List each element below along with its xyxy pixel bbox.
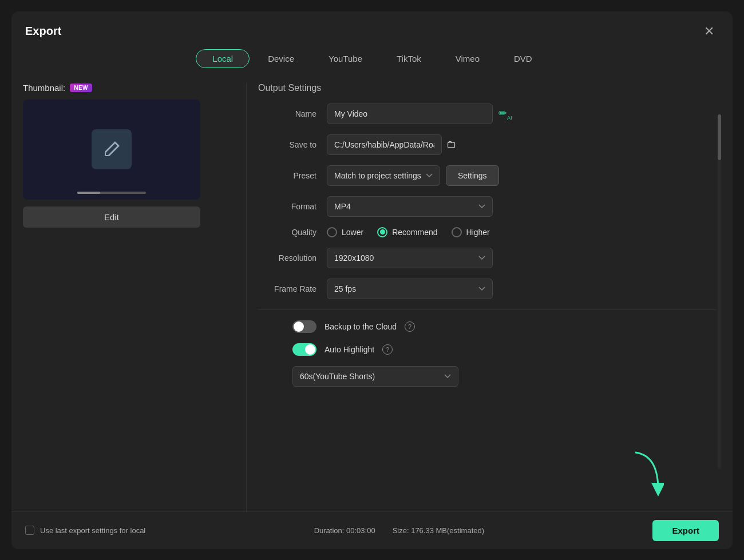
auto-highlight-row: Auto Highlight ? [258, 343, 717, 356]
pencil-icon [101, 139, 122, 160]
auto-highlight-toggle[interactable] [292, 343, 316, 356]
main-content: Thumbnail: NEW Edit Output Settings Name [11, 74, 733, 511]
duration-label: Duration: 00:03:00 [314, 526, 375, 535]
tab-local[interactable]: Local [196, 49, 250, 68]
preset-row: Preset Match to project settings Setting… [258, 165, 717, 186]
thumbnail-preview [23, 100, 200, 200]
backup-toggle[interactable] [292, 320, 316, 333]
save-to-label: Save to [258, 140, 327, 149]
tab-vimeo[interactable]: Vimeo [440, 49, 496, 68]
quality-label: Quality [258, 228, 327, 237]
thumbnail-slider[interactable] [77, 192, 146, 194]
tabs-row: Local Device YouTube TikTok Vimeo DVD [11, 41, 733, 74]
dialog-header: Export ✕ [11, 11, 733, 41]
tab-youtube[interactable]: YouTube [312, 49, 378, 68]
footer: Use last export settings for local Durat… [11, 511, 733, 549]
vertical-divider [246, 83, 247, 511]
thumbnail-text: Thumbnail: [23, 83, 65, 93]
backup-help-icon[interactable]: ? [405, 321, 415, 332]
backup-row: Backup to the Cloud ? [258, 320, 717, 333]
export-button[interactable]: Export [652, 520, 719, 541]
preset-controls: Match to project settings Settings [327, 165, 499, 186]
close-button[interactable]: ✕ [699, 22, 719, 41]
format-select[interactable]: MP4 [327, 196, 493, 217]
auto-highlight-help-icon[interactable]: ? [382, 344, 393, 355]
output-settings-title: Output Settings [258, 83, 717, 93]
name-input[interactable] [327, 104, 493, 124]
shorts-row: 60s(YouTube Shorts) [258, 366, 717, 387]
new-badge: NEW [70, 84, 92, 92]
thumbnail-label: Thumbnail: NEW [23, 83, 229, 93]
frame-rate-row: Frame Rate 25 fps [258, 279, 717, 299]
dialog-title: Export [25, 25, 61, 38]
quality-options: Lower Recommend Higher [327, 227, 490, 237]
save-to-input[interactable] [327, 134, 442, 155]
backup-toggle-knob [294, 321, 304, 332]
quality-recommend[interactable]: Recommend [377, 227, 437, 237]
radio-lower[interactable] [327, 227, 337, 237]
tab-dvd[interactable]: DVD [498, 49, 548, 68]
quality-lower-label: Lower [342, 228, 363, 237]
shorts-select[interactable]: 60s(YouTube Shorts) [292, 366, 458, 387]
ai-pencil-icon[interactable]: ✏AI [498, 107, 512, 121]
footer-center: Duration: 00:03:00 Size: 176.33 MB(estim… [314, 526, 484, 535]
folder-icon[interactable]: 🗀 [446, 138, 457, 150]
quality-recommend-label: Recommend [392, 228, 437, 237]
frame-rate-label: Frame Rate [258, 284, 327, 293]
size-label: Size: 176.33 MB(estimated) [393, 526, 484, 535]
backup-label: Backup to the Cloud [324, 322, 397, 331]
scrollbar-thumb[interactable] [718, 114, 721, 160]
resolution-label: Resolution [258, 253, 327, 263]
right-panel: Output Settings Name ✏AI Save to 🗀 Prese… [252, 83, 721, 511]
thumbnail-icon [92, 129, 132, 169]
preset-select[interactable]: Match to project settings [327, 165, 440, 186]
path-row: 🗀 [327, 134, 457, 155]
tab-tiktok[interactable]: TikTok [381, 49, 437, 68]
auto-highlight-label: Auto Highlight [324, 345, 374, 354]
preset-label: Preset [258, 171, 327, 180]
name-label: Name [258, 109, 327, 118]
quality-lower[interactable]: Lower [327, 227, 363, 237]
format-row: Format MP4 [258, 196, 717, 217]
export-dialog: Export ✕ Local Device YouTube TikTok Vim… [11, 11, 733, 549]
use-last-settings-checkbox[interactable] [25, 526, 34, 535]
radio-higher[interactable] [452, 227, 462, 237]
settings-button[interactable]: Settings [446, 165, 499, 186]
save-to-row: Save to 🗀 [258, 134, 717, 155]
resolution-row: Resolution 1920x1080 [258, 248, 717, 268]
use-last-settings-label: Use last export settings for local [40, 526, 145, 535]
left-panel: Thumbnail: NEW Edit [23, 83, 240, 511]
radio-recommend[interactable] [377, 227, 387, 237]
quality-row: Quality Lower Recommend Higher [258, 227, 717, 237]
section-divider [258, 309, 717, 310]
scrollbar[interactable] [718, 114, 721, 469]
quality-higher-label: Higher [466, 228, 490, 237]
resolution-select[interactable]: 1920x1080 [327, 248, 493, 268]
name-row: Name ✏AI [258, 104, 717, 124]
format-label: Format [258, 202, 327, 211]
quality-higher[interactable]: Higher [452, 227, 490, 237]
frame-rate-select[interactable]: 25 fps [327, 279, 493, 299]
tab-device[interactable]: Device [252, 49, 310, 68]
edit-button[interactable]: Edit [23, 206, 200, 228]
footer-left: Use last export settings for local [25, 526, 145, 535]
auto-highlight-toggle-knob [305, 344, 315, 355]
